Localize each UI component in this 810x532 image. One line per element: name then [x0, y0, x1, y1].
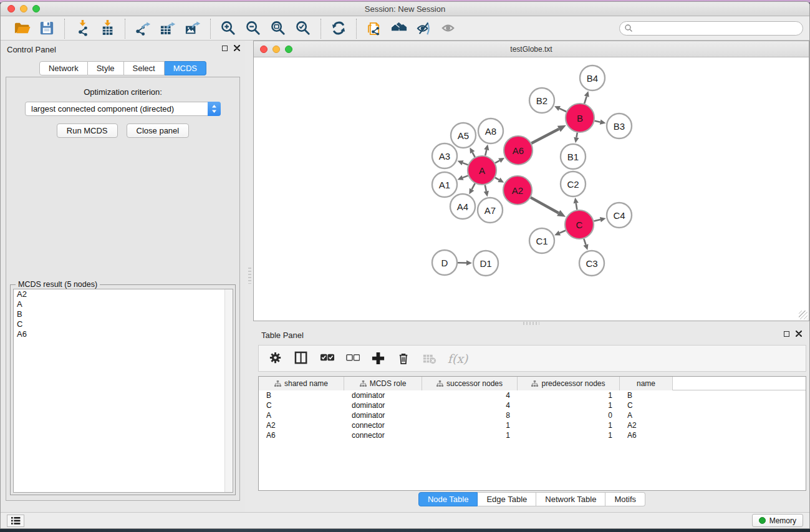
graph-node-C2[interactable]: C2: [561, 172, 586, 196]
close-table-panel-icon[interactable]: [796, 331, 802, 337]
table-cell[interactable]: A2: [627, 420, 665, 430]
tab-node-table[interactable]: Node Table: [418, 492, 478, 506]
close-panel-button[interactable]: Close panel: [127, 123, 190, 138]
result-list-scrollbar[interactable]: [224, 289, 233, 492]
tab-edge-table[interactable]: Edge Table: [478, 492, 536, 506]
delete-column-button[interactable]: [395, 351, 412, 367]
graph-edge[interactable]: [472, 183, 475, 189]
table-cell[interactable]: 1: [525, 400, 612, 410]
graph-node-A[interactable]: A: [468, 156, 496, 185]
save-session-button[interactable]: [34, 19, 59, 39]
column-header-successor-nodes[interactable]: successor nodes: [422, 377, 518, 390]
graph-edge[interactable]: [594, 220, 600, 221]
vertical-split-handle[interactable]: [248, 268, 251, 284]
horizontal-split-handle[interactable]: [523, 322, 539, 325]
graph-node-D[interactable]: D: [432, 250, 457, 275]
table-cell[interactable]: 1: [525, 390, 612, 400]
add-column-button[interactable]: [370, 351, 386, 367]
tab-mcds[interactable]: MCDS: [165, 61, 206, 75]
mcds-result-item[interactable]: C: [14, 319, 233, 329]
graph-node-A2[interactable]: A2: [503, 176, 532, 205]
graph-edge[interactable]: [559, 231, 566, 233]
export-network-button[interactable]: [130, 19, 155, 39]
split-view-button[interactable]: [293, 351, 309, 367]
column-header-name[interactable]: name: [620, 377, 673, 390]
home-button[interactable]: [387, 19, 412, 39]
table-cell[interactable]: B: [266, 390, 337, 400]
export-image-button[interactable]: [180, 19, 205, 39]
graph-node-B2[interactable]: B2: [529, 88, 554, 113]
table-row[interactable]: Adominator80A: [259, 410, 806, 420]
memory-button[interactable]: Memory: [752, 514, 803, 527]
graph-edge[interactable]: [485, 185, 486, 191]
table-cell[interactable]: 1: [525, 430, 612, 440]
table-cell[interactable]: B: [627, 390, 665, 400]
table-cell[interactable]: dominator: [352, 410, 415, 420]
table-cell[interactable]: A2: [266, 420, 337, 430]
table-cell[interactable]: 8: [430, 410, 510, 420]
column-header-predecessor-nodes[interactable]: predecessor nodes: [518, 377, 620, 390]
graph-node-A1[interactable]: A1: [432, 172, 457, 197]
close-panel-icon[interactable]: [234, 45, 240, 51]
graph-node-A3[interactable]: A3: [432, 143, 457, 168]
float-panel-icon[interactable]: [222, 46, 228, 51]
table-cell[interactable]: C: [266, 400, 337, 410]
zoom-fit-button[interactable]: [266, 19, 291, 39]
settings-gear-button[interactable]: [268, 351, 284, 367]
tab-network[interactable]: Network: [39, 61, 88, 75]
graph-node-A4[interactable]: A4: [450, 194, 475, 219]
float-table-panel-icon[interactable]: [784, 331, 789, 337]
graph-edge[interactable]: [473, 152, 475, 157]
show-panel-button[interactable]: [436, 19, 461, 39]
task-history-button[interactable]: [7, 515, 24, 527]
graph-edge[interactable]: [559, 109, 566, 112]
import-network-button[interactable]: [70, 19, 95, 39]
search-input[interactable]: [619, 21, 803, 36]
graph-node-D1[interactable]: D1: [473, 251, 498, 276]
graph-edge[interactable]: [595, 121, 600, 122]
graph-edge[interactable]: [495, 178, 499, 180]
import-table-button[interactable]: [95, 19, 120, 39]
mcds-result-item[interactable]: B: [14, 309, 233, 319]
table-cell[interactable]: 1: [525, 420, 612, 430]
open-session-button[interactable]: [9, 19, 34, 39]
tab-network-table[interactable]: Network Table: [536, 492, 605, 506]
table-row[interactable]: Bdominator41B: [259, 390, 806, 400]
graph-node-C[interactable]: C: [565, 210, 594, 239]
duplicate-network-button[interactable]: [362, 19, 387, 39]
mcds-result-item[interactable]: A: [14, 299, 233, 309]
graph-edge[interactable]: [576, 203, 577, 210]
tab-select[interactable]: Select: [124, 61, 165, 75]
resize-grip-icon[interactable]: [799, 311, 808, 319]
graph-edge[interactable]: [495, 160, 499, 163]
table-cell[interactable]: dominator: [352, 390, 415, 400]
refresh-button[interactable]: [326, 19, 351, 39]
graph-edge[interactable]: [584, 97, 587, 104]
graph-edge[interactable]: [584, 239, 586, 245]
table-cell[interactable]: 1: [430, 420, 510, 430]
table-row[interactable]: A2connector11A2: [259, 420, 806, 430]
table-cell[interactable]: connector: [352, 420, 415, 430]
column-header-shared-name[interactable]: shared name: [259, 377, 344, 390]
graph-node-C4[interactable]: C4: [607, 203, 632, 228]
zoom-selected-button[interactable]: [291, 19, 316, 39]
table-cell[interactable]: 4: [430, 390, 510, 400]
table-cell[interactable]: A: [266, 410, 337, 420]
graph-node-B4[interactable]: B4: [580, 65, 605, 90]
table-row[interactable]: A6connector11A6: [259, 430, 806, 440]
tab-motifs[interactable]: Motifs: [605, 492, 645, 506]
table-cell[interactable]: 1: [430, 430, 510, 440]
table-cell[interactable]: 0: [525, 410, 612, 420]
table-cell[interactable]: A6: [627, 430, 665, 440]
graph-edge[interactable]: [485, 150, 486, 155]
select-all-button[interactable]: [319, 351, 335, 367]
mcds-result-item[interactable]: A6: [14, 329, 233, 339]
graph-node-A6[interactable]: A6: [504, 136, 533, 165]
table-cell[interactable]: 4: [430, 400, 510, 410]
graph-edge[interactable]: [531, 129, 559, 143]
table-cell[interactable]: C: [627, 400, 665, 410]
column-header-MCDS-role[interactable]: MCDS role: [344, 377, 422, 390]
graph-node-B1[interactable]: B1: [561, 144, 586, 169]
export-table-button[interactable]: [155, 19, 180, 39]
tab-style[interactable]: Style: [88, 61, 124, 75]
